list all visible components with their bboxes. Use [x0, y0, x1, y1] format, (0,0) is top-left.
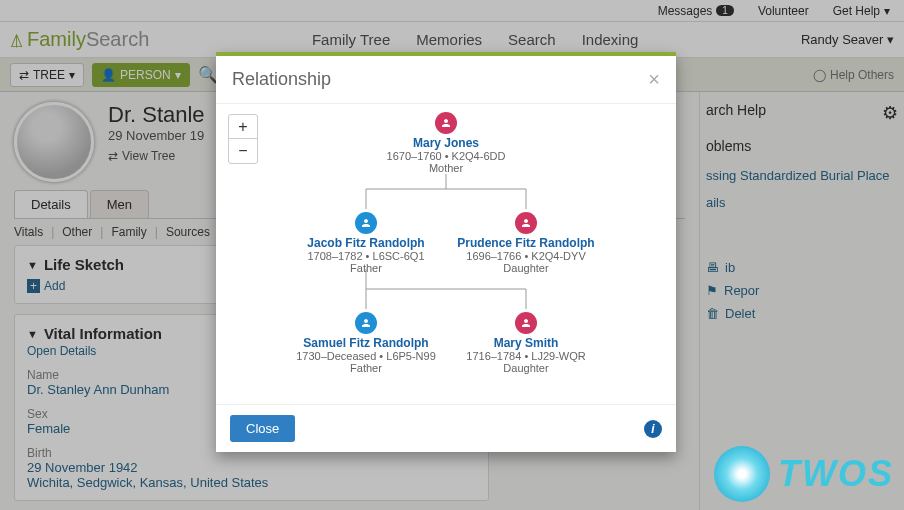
twos-text: TWOS — [778, 453, 894, 495]
person-link[interactable]: Mary Jones — [366, 136, 526, 150]
person-link[interactable]: Jacob Fitz Randolph — [286, 236, 446, 250]
twos-watermark: TWOS — [714, 446, 894, 502]
female-icon — [515, 312, 537, 334]
person-link[interactable]: Samuel Fitz Randolph — [286, 336, 446, 350]
tree-node: Mary Smith 1716–1784 • LJ29-WQR Daughter — [446, 312, 606, 374]
female-icon — [515, 212, 537, 234]
modal-title: Relationship — [232, 69, 331, 90]
tree-node: Jacob Fitz Randolph 1708–1782 • L6SC-6Q1… — [286, 212, 446, 274]
male-icon — [355, 312, 377, 334]
tree-node: Samuel Fitz Randolph 1730–Deceased • L6P… — [286, 312, 446, 374]
tree-node: Mary Jones 1670–1760 • K2Q4-6DD Mother — [366, 112, 526, 174]
relationship-modal: Relationship × + − Mary Jones 1670–1760 … — [216, 52, 676, 452]
female-icon — [435, 112, 457, 134]
close-icon[interactable]: × — [648, 68, 660, 91]
info-icon[interactable]: i — [644, 420, 662, 438]
male-icon — [355, 212, 377, 234]
tree-node: Prudence Fitz Randolph 1696–1766 • K2Q4-… — [446, 212, 606, 274]
close-button[interactable]: Close — [230, 415, 295, 442]
person-link[interactable]: Mary Smith — [446, 336, 606, 350]
person-link[interactable]: Prudence Fitz Randolph — [446, 236, 606, 250]
lightbulb-icon — [714, 446, 770, 502]
